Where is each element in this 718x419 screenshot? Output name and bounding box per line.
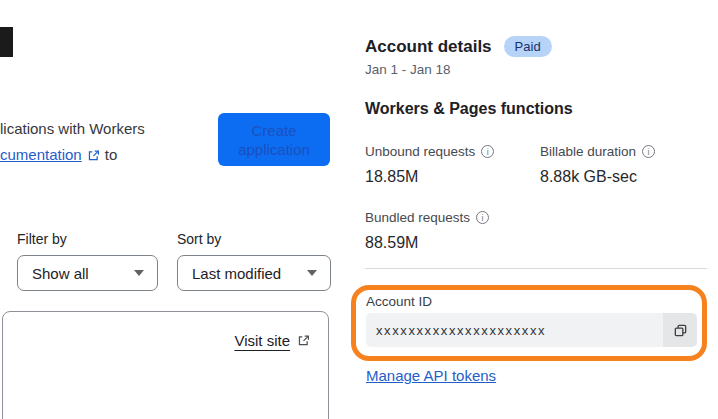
stat-value: 18.85M [365, 168, 535, 186]
intro-line-2-suffix: to [105, 142, 118, 168]
visit-site: Visit site [234, 332, 310, 349]
documentation-link[interactable]: cumentation [0, 142, 82, 168]
stat-label-row: Bundled requests i [365, 210, 535, 225]
project-card: Visit site [2, 311, 329, 419]
account-details-title: Account details [365, 37, 492, 57]
stat-label-row: Billable duration i [540, 144, 710, 159]
account-id-label: Account ID [366, 294, 432, 309]
stat-bundled-requests: Bundled requests i 88.59M [365, 210, 535, 252]
date-range: Jan 1 - Jan 18 [365, 62, 451, 77]
sort-dropdown[interactable]: Last modified [177, 255, 331, 291]
create-application-button[interactable]: Create application [218, 113, 330, 166]
divider [365, 268, 707, 269]
chevron-down-icon [134, 270, 144, 276]
intro-line-2: cumentation to [0, 142, 145, 168]
filter-dropdown[interactable]: Show all [17, 255, 158, 291]
account-details-header: Account details Paid [365, 36, 552, 57]
external-link-icon [87, 149, 100, 162]
stat-label: Unbound requests [365, 144, 475, 159]
copy-button[interactable] [663, 313, 697, 347]
info-icon[interactable]: i [481, 145, 494, 158]
create-application-label-line2: application [238, 140, 310, 159]
clipped-dark-element [0, 27, 13, 57]
stat-label: Bundled requests [365, 210, 470, 225]
stat-value: 8.88k GB-sec [540, 168, 710, 186]
intro-paragraph: lications with Workers cumentation to [0, 116, 145, 168]
stat-label: Billable duration [540, 144, 636, 159]
stat-unbound-requests: Unbound requests i 18.85M [365, 144, 535, 186]
account-id-group [366, 313, 697, 347]
stat-billable-duration: Billable duration i 8.88k GB-sec [540, 144, 710, 186]
sort-by-label: Sort by [177, 231, 221, 247]
create-application-label-line1: Create [251, 121, 296, 140]
copy-icon [673, 323, 688, 338]
plan-badge: Paid [504, 36, 552, 57]
info-icon[interactable]: i [642, 145, 655, 158]
intro-line-1: lications with Workers [0, 116, 145, 142]
external-link-icon [297, 334, 310, 347]
stat-label-row: Unbound requests i [365, 144, 535, 159]
functions-section-title: Workers & Pages functions [365, 100, 573, 118]
chevron-down-icon [307, 270, 317, 276]
info-icon[interactable]: i [476, 211, 489, 224]
dashboard-screen: lications with Workers cumentation to Cr… [0, 0, 718, 419]
stat-value: 88.59M [365, 234, 535, 252]
filter-dropdown-value: Show all [32, 265, 89, 282]
visit-site-link[interactable]: Visit site [234, 332, 290, 349]
sort-dropdown-value: Last modified [192, 265, 281, 282]
account-id-input[interactable] [366, 313, 663, 347]
manage-api-tokens-link[interactable]: Manage API tokens [366, 367, 496, 384]
filter-by-label: Filter by [17, 231, 67, 247]
